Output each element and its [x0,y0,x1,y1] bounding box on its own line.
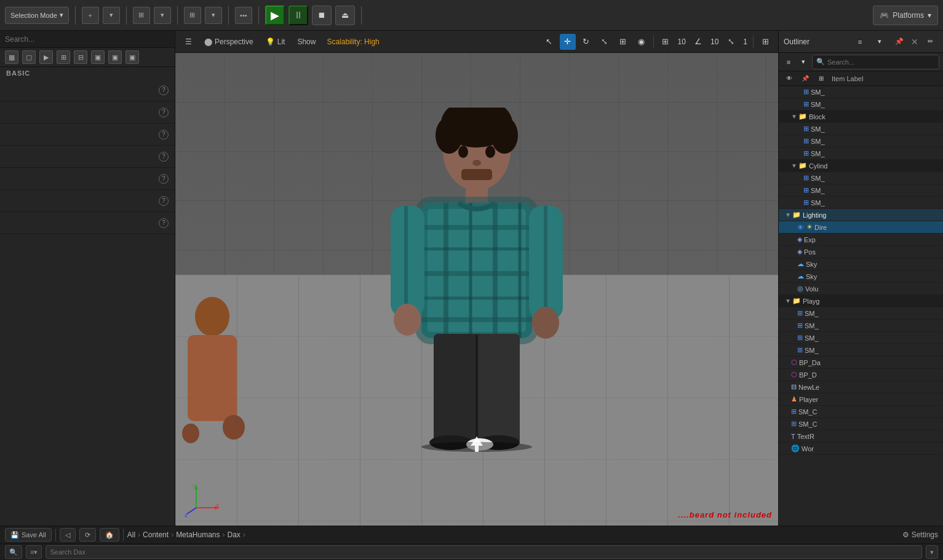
mode-icon-2[interactable]: ▢ [22,50,36,64]
snap-dropdown[interactable]: ▾ [154,7,171,24]
outliner-sort-dropdown[interactable]: ▾ [797,56,810,68]
viewport[interactable]: ☰ ⬤ Perspective 💡 Lit Show Scalability: … [175,31,778,526]
build-button[interactable]: ⊞ [184,7,201,24]
help-icon-6[interactable]: ? [159,196,169,206]
scale-snap-button[interactable]: ⤡ [723,34,739,50]
list-item[interactable]: ? [0,101,175,124]
mode-icon-7[interactable]: ▣ [108,50,122,64]
search-icon-button[interactable]: 🔍 [5,545,22,559]
mode-icon-3[interactable]: ▶ [39,50,53,64]
outliner-edit-button[interactable]: ✏ [922,34,938,50]
maximize-viewport-button[interactable]: ⊞ [757,34,773,50]
build-dropdown[interactable]: ▾ [205,7,222,24]
stop-button[interactable]: ⏹ [312,6,332,25]
outliner-pin-button[interactable]: 📌 [891,34,907,50]
expand-arrow[interactable]: ▼ [791,162,797,169]
tree-item[interactable]: ⊞ SM_ [779,123,943,135]
tree-item[interactable]: ◈ Pos [779,246,943,258]
visibility-icon[interactable]: 👁 [797,224,804,231]
tree-item-directional[interactable]: 👁 ☀ Dire [779,221,943,234]
breadcrumb-dax[interactable]: Dax [228,530,241,539]
mode-icon-4[interactable]: ⊞ [57,50,70,64]
tree-item[interactable]: ⊞ SM_ [779,184,943,197]
angle-snap-button[interactable]: ∠ [690,34,706,50]
perspective-button[interactable]: ⬤ Perspective [199,36,258,48]
outliner-settings-button[interactable]: ▾ [872,34,888,50]
help-icon-3[interactable]: ? [159,130,169,140]
mode-icon-6[interactable]: ▣ [91,50,105,64]
selection-mode-button[interactable]: Selection Mode ▾ [5,7,69,24]
breadcrumb-all[interactable]: All [127,530,135,539]
filter-button[interactable]: ≡▾ [26,545,42,559]
tree-item[interactable]: ◈ Exp [779,234,943,246]
translate-tool-button[interactable]: ✛ [560,34,576,50]
help-icon-5[interactable]: ? [159,174,169,184]
show-button[interactable]: Show [292,36,320,48]
tree-item-textr[interactable]: T TextR [779,430,943,443]
outliner-sort-button[interactable]: ≡ [782,56,795,68]
save-all-button[interactable]: 💾 Save All [5,528,52,542]
content-search-box[interactable] [46,545,922,559]
list-item[interactable]: ? [0,190,175,212]
breadcrumb-metahumans[interactable]: MetaHumans [176,530,220,539]
tree-folder-playground[interactable]: ▼ 📁 Playg [779,295,943,307]
tree-item[interactable]: ⊞ SM_ [779,320,943,332]
eject-button[interactable]: ⏏ [335,6,355,25]
tree-folder-block[interactable]: ▼ 📁 Block [779,111,943,123]
tree-item-bpd[interactable]: ⬡ BP_D [779,369,943,381]
mode-icon-8[interactable]: ▣ [125,50,139,64]
tree-item[interactable]: ◎ Volu [779,283,943,295]
expand-arrow[interactable]: ▼ [785,211,791,218]
list-item[interactable]: ? [0,168,175,190]
history-back-button[interactable]: ◁ [60,528,76,542]
add-actor-dropdown[interactable]: ▾ [103,7,120,24]
tree-item[interactable]: ⊞ SM_ [779,344,943,357]
list-item[interactable]: ? [0,212,175,234]
mode-icon-1[interactable]: ▦ [5,50,18,64]
outliner-list[interactable]: ⊞ SM_ ⊞ SM_ ▼ 📁 Block ⊞ SM_ ⊞ SM_ [779,86,943,526]
list-item[interactable]: ? [0,124,175,146]
content-search-input[interactable] [50,548,918,556]
left-search-input[interactable] [5,35,170,44]
help-icon-1[interactable]: ? [159,85,169,95]
tree-item-player[interactable]: ♟ Player [779,393,943,406]
select-tool-button[interactable]: ↖ [541,34,557,50]
add-actor-button[interactable]: + [82,7,99,24]
tree-item-bpda[interactable]: ⬡ BP_Da [779,357,943,369]
tree-item[interactable]: ⊞ SM_ [779,172,943,184]
tree-folder-cylinder[interactable]: ▼ 📁 Cylind [779,160,943,172]
left-search-bar[interactable] [0,31,175,48]
surface-snapping-button[interactable]: ⊞ [615,34,631,50]
tree-item[interactable]: ☁ Sky [779,270,943,283]
viewport-canvas[interactable]: X Y Z ....beard not included [175,53,778,526]
expand-arrow[interactable]: ▼ [785,298,791,304]
outliner-search-bar[interactable]: 🔍 [812,55,939,69]
tree-item[interactable]: ⊞ SM_ [779,98,943,111]
expand-arrow[interactable]: ▼ [791,113,797,120]
root-folder-button[interactable]: 🏠 [100,528,119,542]
tree-item[interactable]: ☁ Sky [779,258,943,270]
help-icon-7[interactable]: ? [159,218,169,228]
help-icon-2[interactable]: ? [159,108,169,117]
tree-item[interactable]: ⊞ SM_ [779,86,943,98]
lit-button[interactable]: 💡 Lit [261,36,290,48]
tree-item-smc[interactable]: ⊞ SM_C [779,406,943,418]
tree-item[interactable]: ⊞ SM_ [779,307,943,320]
help-icon-4[interactable]: ? [159,152,169,162]
outliner-filter-button[interactable]: ≡ [852,34,868,50]
more-options-button[interactable]: ••• [235,7,252,24]
camera-speed-button[interactable]: ◉ [634,34,650,50]
snap-button[interactable]: ⊞ [133,7,150,24]
list-item[interactable]: ? [0,79,175,101]
rotate-tool-button[interactable]: ↻ [578,34,594,50]
dropdown-filter-button[interactable]: ▾ [926,545,938,559]
breadcrumb-content[interactable]: Content [143,530,169,539]
scalability-badge[interactable]: Scalability: High [323,36,383,47]
history-forward-button[interactable]: ⟳ [79,528,96,542]
tree-item[interactable]: ⊞ SM_ [779,332,943,344]
transform-gizmo[interactable] [461,433,492,464]
scale-tool-button[interactable]: ⤡ [597,34,613,50]
tree-item[interactable]: ⊞ SM_ [779,148,943,160]
mode-icon-5[interactable]: ⊟ [74,50,87,64]
tree-folder-lighting[interactable]: ▼ 📁 Lighting [779,209,943,221]
